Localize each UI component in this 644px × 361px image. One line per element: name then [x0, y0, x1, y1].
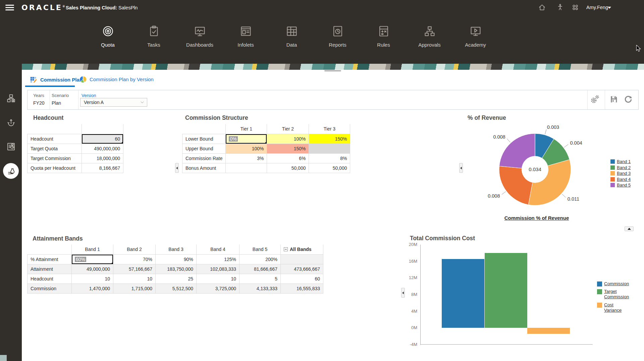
- grid-cell[interactable]: 1,715,000: [113, 283, 156, 293]
- collapse-icon[interactable]: [284, 247, 288, 251]
- legend-item-band-1[interactable]: Band 1: [610, 159, 631, 164]
- row-header[interactable]: Target Quota: [28, 144, 82, 153]
- legend-item-target-commission[interactable]: Target Commission: [597, 289, 631, 300]
- legend-item-band-3[interactable]: Band 3: [610, 171, 631, 176]
- legend-item-cost-variance[interactable]: Cost Variance: [597, 302, 631, 313]
- column-header-tier-3[interactable]: Tier 3: [309, 124, 350, 134]
- grid-cell[interactable]: 50,000: [267, 163, 309, 173]
- grid-cell[interactable]: 49,000,000: [72, 264, 113, 274]
- legend-item-band-2[interactable]: Band 2: [610, 165, 631, 170]
- nav-item-reports[interactable]: Reports: [315, 25, 361, 48]
- panel-splitter-left[interactable]: [175, 163, 179, 173]
- nav-item-academy[interactable]: Academy: [452, 25, 498, 48]
- column-header-tier-2[interactable]: Tier 2: [267, 124, 309, 134]
- grid-cell[interactable]: 25: [156, 274, 197, 283]
- row-header[interactable]: Upper Bound: [182, 144, 226, 153]
- grid-cell[interactable]: 3,725,000: [197, 283, 239, 293]
- banner-drag-handle[interactable]: [324, 70, 341, 71]
- nav-item-rules[interactable]: Rules: [361, 25, 407, 48]
- column-header-band-3[interactable]: Band 3: [156, 245, 197, 254]
- grid-cell[interactable]: 10: [113, 274, 156, 283]
- pov-years-value[interactable]: FY20: [33, 100, 44, 106]
- grid-cell[interactable]: 3%: [226, 153, 267, 163]
- bar-target-commission[interactable]: [485, 253, 527, 328]
- grid-cell[interactable]: 50,000: [309, 163, 350, 173]
- grid-cell[interactable]: 125%: [197, 254, 239, 264]
- version-dropdown[interactable]: Version A: [80, 98, 147, 107]
- grid-cell[interactable]: 60: [82, 134, 123, 144]
- grid-cell[interactable]: 8,166,667: [82, 163, 123, 173]
- sidebar-item-commission[interactable]: [3, 163, 19, 179]
- grid-cell[interactable]: 5,512,500: [156, 283, 197, 293]
- refresh-icon[interactable]: [624, 95, 633, 105]
- home-icon[interactable]: [538, 3, 546, 13]
- grid-cell[interactable]: 10: [197, 274, 239, 283]
- column-header-band-4[interactable]: Band 4: [197, 245, 239, 254]
- sidebar-item-hierarchy[interactable]: [3, 91, 18, 106]
- row-header[interactable]: Headcount: [28, 274, 72, 283]
- save-icon[interactable]: [609, 95, 619, 105]
- user-menu[interactable]: Amy.Feng: [586, 5, 608, 10]
- row-header[interactable]: Bonus Amount: [182, 163, 226, 173]
- grid-cell[interactable]: [226, 163, 267, 173]
- row-header[interactable]: Attainment: [28, 264, 72, 274]
- row-header[interactable]: Lower Bound: [182, 134, 226, 144]
- bar-commission[interactable]: [442, 259, 484, 328]
- commission-pct-of-revenue-link[interactable]: Commission % of Revenue: [481, 215, 592, 221]
- grid-cell[interactable]: 60: [281, 274, 323, 283]
- panel-collapse-up-button[interactable]: [625, 226, 634, 231]
- column-header-band-1[interactable]: Band 1: [72, 245, 113, 254]
- tab-commission-plan-by-version[interactable]: Commission Plan by Version: [79, 76, 154, 83]
- legend-item-band-4[interactable]: Band 4: [610, 177, 631, 182]
- row-header[interactable]: Headcount: [28, 134, 82, 144]
- grid-cell[interactable]: 60%: [72, 254, 113, 264]
- grid-cell[interactable]: 200%: [239, 254, 281, 264]
- grid-cell[interactable]: 102,083,333: [197, 264, 239, 274]
- legend-item-band-5[interactable]: Band 5: [610, 183, 631, 188]
- grid-cell[interactable]: [309, 144, 350, 153]
- tab-commission-plan[interactable]: Commission Plan: [30, 76, 83, 83]
- grid-cell[interactable]: 490,000,000: [82, 144, 123, 153]
- grid-cell[interactable]: 0%: [226, 134, 267, 144]
- nav-item-infolets[interactable]: Infolets: [223, 25, 269, 48]
- hamburger-menu-icon[interactable]: [5, 5, 14, 11]
- grid-cell[interactable]: 90%: [156, 254, 197, 264]
- grid-cell[interactable]: 473,666,667: [281, 264, 323, 274]
- grid-cell[interactable]: 1,470,000: [72, 283, 113, 293]
- grid-cell[interactable]: 100%: [267, 134, 309, 144]
- user-caret-down-icon[interactable]: [608, 7, 611, 9]
- grid-cell[interactable]: 81,666,667: [239, 264, 281, 274]
- row-header[interactable]: % Attainment: [28, 254, 72, 264]
- grid-cell[interactable]: 150%: [267, 144, 309, 153]
- revenue-pie-chart[interactable]: 0.0030.0040.0110.0080.0080.034: [478, 119, 592, 220]
- grid-cell[interactable]: 6%: [267, 153, 309, 163]
- grid-cell[interactable]: 150%: [309, 134, 350, 144]
- grid-cell[interactable]: [281, 254, 323, 264]
- grid-cell[interactable]: 100%: [226, 144, 267, 153]
- bar-cost-variance[interactable]: [527, 328, 570, 334]
- row-header[interactable]: Quota per Headcount: [28, 163, 82, 173]
- navigator-grid-icon[interactable]: [571, 3, 579, 13]
- column-header-tier-1[interactable]: Tier 1: [226, 124, 267, 134]
- grid-cell[interactable]: 18,000,000: [82, 153, 123, 163]
- pov-scenario-value[interactable]: Plan: [52, 100, 61, 106]
- sidebar-item-report[interactable]: [3, 139, 18, 154]
- nav-item-data[interactable]: Data: [269, 25, 315, 48]
- column-header-band-5[interactable]: Band 5: [239, 245, 281, 254]
- row-header[interactable]: Commission Rate: [182, 153, 226, 163]
- commission-cost-bar-chart[interactable]: [420, 245, 593, 345]
- row-header[interactable]: Target Commission: [28, 153, 82, 163]
- column-header-band-2[interactable]: Band 2: [113, 245, 156, 254]
- grid-cell[interactable]: 183,750,000: [156, 264, 197, 274]
- accessibility-person-icon[interactable]: [556, 3, 564, 13]
- grid-cell[interactable]: 16,555,833: [281, 283, 323, 293]
- actions-gear-icon[interactable]: [590, 94, 600, 106]
- nav-item-tasks[interactable]: Tasks: [131, 25, 177, 48]
- column-header-all-bands[interactable]: All Bands: [281, 245, 323, 254]
- nav-item-approvals[interactable]: Approvals: [407, 25, 452, 48]
- legend-item-commission[interactable]: Commission: [597, 281, 631, 287]
- nav-item-quota[interactable]: Quota: [85, 25, 131, 48]
- pov-version-label[interactable]: Version: [82, 93, 96, 98]
- row-header[interactable]: Commission: [28, 283, 72, 293]
- nav-item-dashboards[interactable]: Dashboards: [177, 25, 223, 48]
